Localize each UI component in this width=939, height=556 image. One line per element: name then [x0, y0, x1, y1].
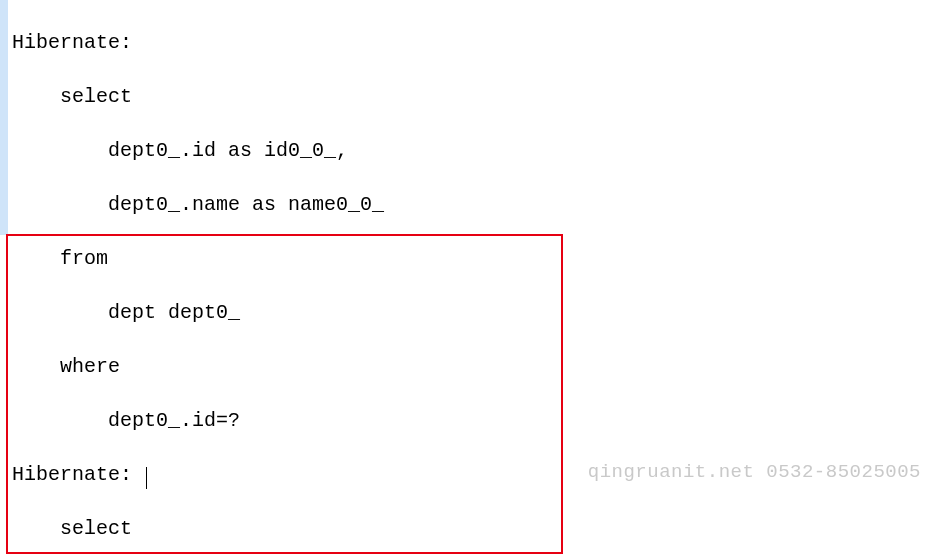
code-line: dept0_.name as name0_0_ [12, 191, 939, 218]
code-line: from [12, 245, 939, 272]
code-line: dept0_.id=? [12, 407, 939, 434]
code-line: dept0_.id as id0_0_, [12, 137, 939, 164]
text-cursor [146, 467, 147, 489]
code-line: dept dept0_ [12, 299, 939, 326]
code-line: where [12, 353, 939, 380]
code-line: select [12, 83, 939, 110]
watermark-text: qingruanit.net 0532-85025005 [588, 460, 921, 486]
code-text: Hibernate: [12, 463, 144, 486]
code-line: Hibernate: [12, 29, 939, 56]
code-line: select [12, 515, 939, 542]
